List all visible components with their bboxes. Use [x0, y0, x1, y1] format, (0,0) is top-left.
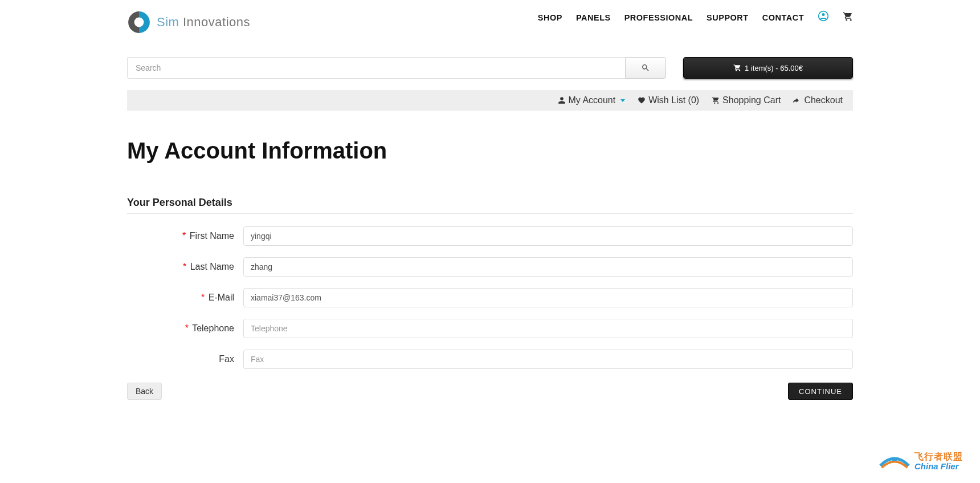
nav-panels[interactable]: PANELS [576, 13, 611, 22]
label-last-name: * Last Name [127, 262, 243, 272]
nav-support[interactable]: SUPPORT [707, 13, 749, 22]
shopping-cart-label: Shopping Cart [722, 95, 781, 105]
search-row: 1 item(s) - 65.00€ [127, 57, 853, 79]
search-button[interactable] [625, 57, 666, 79]
svg-point-2 [846, 19, 847, 21]
brand-logo[interactable]: Sim Innovations [127, 10, 250, 34]
label-telephone-text: Telephone [192, 323, 234, 333]
row-telephone: * Telephone [127, 319, 853, 338]
email-field[interactable] [243, 288, 853, 307]
cart-summary-text: 1 item(s) - 65.00€ [745, 64, 803, 72]
checkout-link[interactable]: Checkout [793, 95, 843, 105]
shopping-cart-link[interactable]: Shopping Cart [712, 95, 781, 105]
nav-professional[interactable]: PROFESSIONAL [624, 13, 693, 22]
brand-name: Sim Innovations [157, 15, 250, 30]
back-button[interactable]: Back [127, 383, 162, 400]
telephone-field[interactable] [243, 319, 853, 338]
label-last-name-text: Last Name [190, 262, 234, 271]
svg-point-3 [850, 19, 852, 21]
svg-point-1 [822, 13, 825, 16]
svg-point-5 [739, 70, 740, 71]
section-title: Your Personal Details [127, 197, 853, 214]
label-first-name: * First Name [127, 231, 243, 241]
continue-button[interactable]: CONTINUE [788, 383, 853, 400]
row-email: * E-Mail [127, 288, 853, 307]
user-bar: My Account Wish List (0) Shopping Cart C… [127, 90, 853, 111]
first-name-field[interactable] [243, 226, 853, 246]
required-marker: * [185, 323, 189, 333]
nav-shop[interactable]: SHOP [538, 13, 562, 22]
fax-field[interactable] [243, 350, 853, 369]
label-email: * E-Mail [127, 293, 243, 303]
cart-icon [733, 64, 741, 72]
checkout-label: Checkout [804, 95, 843, 105]
required-marker: * [201, 293, 205, 302]
last-name-field[interactable] [243, 257, 853, 277]
wish-list-label: Wish List (0) [648, 95, 699, 105]
my-account-label: My Account [569, 95, 616, 105]
personal-details-form: * First Name * Last Name * E-Mail * Tele… [127, 226, 853, 369]
cart-icon [712, 96, 720, 104]
svg-point-6 [714, 103, 715, 104]
label-email-text: E-Mail [209, 293, 234, 302]
account-icon[interactable] [818, 10, 829, 25]
brand-name-part2: Innovations [179, 15, 250, 29]
wish-list-link[interactable]: Wish List (0) [638, 95, 699, 105]
header: Sim Innovations SHOP PANELS PROFESSIONAL… [127, 0, 853, 34]
row-fax: Fax [127, 350, 853, 369]
caret-down-icon [620, 99, 625, 102]
required-marker: * [183, 262, 186, 271]
share-icon [793, 96, 801, 104]
label-fax-text: Fax [219, 354, 234, 364]
search-input[interactable] [127, 57, 625, 79]
heart-icon [638, 96, 646, 104]
user-icon [558, 96, 566, 104]
cart-summary-button[interactable]: 1 item(s) - 65.00€ [683, 57, 853, 79]
row-first-name: * First Name [127, 226, 853, 246]
nav-contact[interactable]: CONTACT [762, 13, 804, 22]
search-wrap [127, 57, 666, 79]
label-telephone: * Telephone [127, 323, 243, 334]
my-account-dropdown[interactable]: My Account [558, 95, 626, 105]
logo-icon [127, 10, 151, 34]
page-title: My Account Information [127, 138, 853, 164]
search-icon [641, 63, 650, 72]
row-last-name: * Last Name [127, 257, 853, 277]
label-first-name-text: First Name [190, 231, 234, 241]
required-marker: * [182, 231, 186, 241]
cart-icon[interactable] [843, 11, 853, 24]
top-nav: SHOP PANELS PROFESSIONAL SUPPORT CONTACT [538, 10, 853, 25]
form-actions: Back CONTINUE [127, 383, 853, 400]
svg-point-4 [736, 70, 737, 71]
svg-point-7 [717, 103, 718, 104]
label-fax: Fax [127, 354, 243, 364]
brand-name-part1: Sim [157, 15, 179, 29]
